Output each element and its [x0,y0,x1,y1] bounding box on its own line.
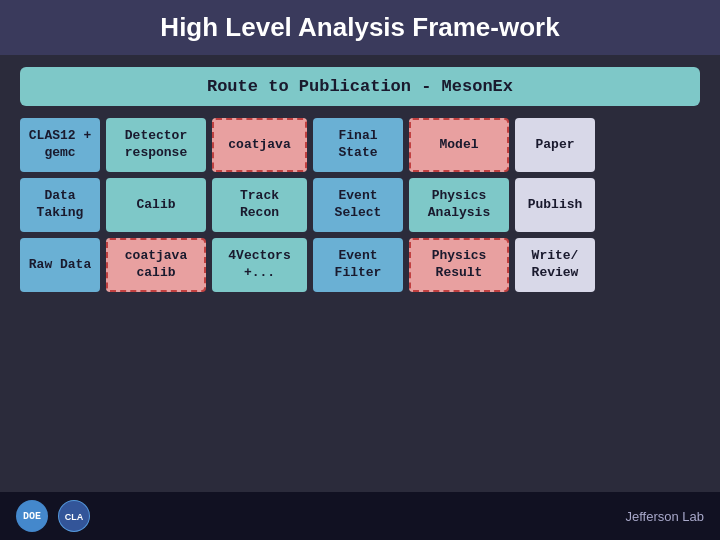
cell-r1-c3: Event Select [313,178,403,232]
cell-r2-c5: Write/ Review [515,238,595,292]
cell-r2-c2: 4Vectors +... [212,238,307,292]
header: High Level Analysis Frame-work [0,0,720,55]
footer-right-text: Jefferson Lab [625,509,704,524]
cell-r0-c5: Paper [515,118,595,172]
grid-row-1: Data TakingCalibTrack ReconEvent SelectP… [20,178,700,232]
grid-rows: CLAS12 + gemcDetector responsecoatjavaFi… [20,118,700,292]
main-container: High Level Analysis Frame-work Route to … [0,0,720,540]
jlab-logo: CLA [58,500,90,532]
cell-r1-c0: Data Taking [20,178,100,232]
cell-r2-c0: Raw Data [20,238,100,292]
cell-r0-c0: CLAS12 + gemc [20,118,100,172]
cell-r0-c1: Detector response [106,118,206,172]
cell-r2-c1: coatjava calib [106,238,206,292]
content-area: Route to Publication - MesonEx CLAS12 + … [0,55,720,492]
cell-r1-c1: Calib [106,178,206,232]
cell-r1-c2: Track Recon [212,178,307,232]
grid-row-2: Raw Datacoatjava calib4Vectors +...Event… [20,238,700,292]
footer: DOE CLA Jefferson Lab [0,492,720,540]
cell-r2-c4: Physics Result [409,238,509,292]
doe-logo: DOE [16,500,48,532]
grid-row-0: CLAS12 + gemcDetector responsecoatjavaFi… [20,118,700,172]
cell-r2-c3: Event Filter [313,238,403,292]
route-banner-text: Route to Publication - MesonEx [207,77,513,96]
cell-r0-c3: Final State [313,118,403,172]
cell-r0-c2: coatjava [212,118,307,172]
cell-r1-c4: Physics Analysis [409,178,509,232]
svg-text:CLA: CLA [65,512,84,522]
footer-logos: DOE CLA [16,500,90,532]
cell-r1-c5: Publish [515,178,595,232]
page-title: High Level Analysis Frame-work [160,12,559,42]
cell-r0-c4: Model [409,118,509,172]
route-banner: Route to Publication - MesonEx [20,67,700,106]
